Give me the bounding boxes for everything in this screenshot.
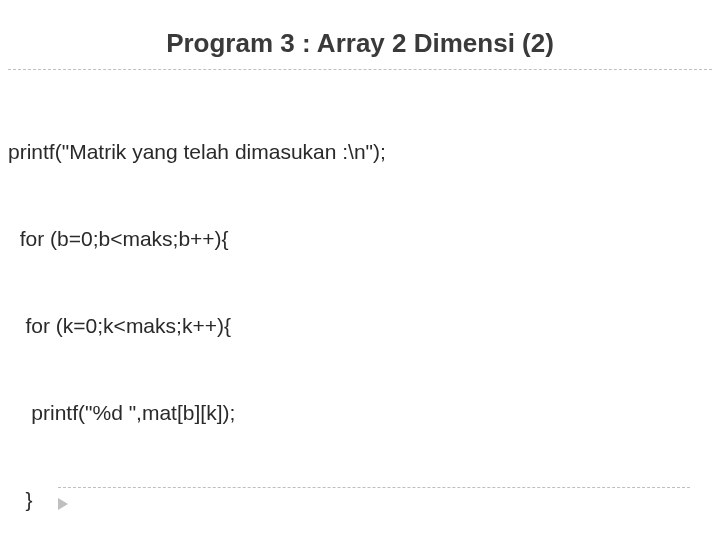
code-line: printf("Matrik yang telah dimasukan :\n"…	[8, 138, 714, 167]
code-line: }	[8, 486, 714, 515]
footer-divider	[58, 487, 690, 488]
title-divider	[8, 69, 712, 70]
code-line: for (b=0;b<maks;b++){	[8, 225, 714, 254]
code-line: printf("%d ",mat[b][k]);	[8, 399, 714, 428]
code-line: for (k=0;k<maks;k++){	[8, 312, 714, 341]
title-wrap: Program 3 : Array 2 Dimensi (2)	[6, 28, 714, 63]
slide-title: Program 3 : Array 2 Dimensi (2)	[166, 28, 554, 59]
code-block: printf("Matrik yang telah dimasukan :\n"…	[6, 80, 714, 540]
play-icon	[58, 498, 68, 510]
slide: Program 3 : Array 2 Dimensi (2) printf("…	[0, 0, 720, 540]
